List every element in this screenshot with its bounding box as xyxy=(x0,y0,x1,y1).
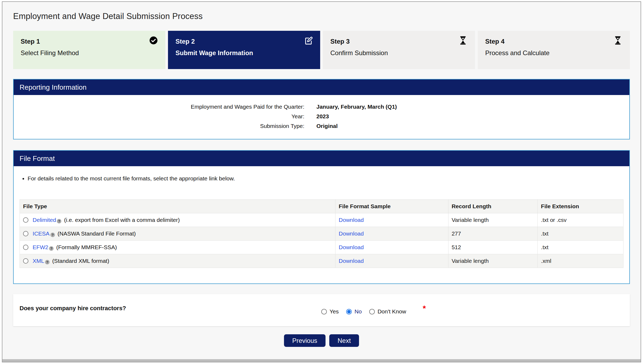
step-1-select-filing-method[interactable]: Step 1 Select Filing Method xyxy=(13,31,165,69)
file-extension-value: .xml xyxy=(538,254,623,268)
file-format-note: For details related to the most current … xyxy=(28,175,623,182)
reporting-row-quarter: Employment and Wages Paid for the Quarte… xyxy=(14,102,629,112)
column-header-file-type: File Type xyxy=(20,200,335,213)
file-format-table: File Type File Format Sample Record Leng… xyxy=(20,199,623,268)
download-link[interactable]: Download xyxy=(339,244,364,250)
step-label: Process and Calculate xyxy=(485,49,622,57)
file-extension-value: .txt xyxy=(538,241,623,254)
column-header-file-format-sample: File Format Sample xyxy=(335,200,448,213)
record-length-value: 277 xyxy=(448,227,537,241)
file-format-note-list: For details related to the most current … xyxy=(28,175,623,182)
help-icon[interactable]: ? xyxy=(57,219,61,223)
icesa-radio[interactable] xyxy=(23,231,28,236)
step-3-confirm-submission[interactable]: Step 3 Confirm Submission xyxy=(323,31,475,69)
table-row-efw2: EFW2? (Formally MMREF-SSA) Download 512 … xyxy=(20,241,623,254)
steps-bar: Step 1 Select Filing Method Step 2 Submi… xyxy=(13,31,630,69)
year-value: 2023 xyxy=(316,112,329,121)
step-number: Step 1 xyxy=(21,38,158,45)
no-radio[interactable] xyxy=(346,309,352,314)
hourglass-icon xyxy=(459,36,468,45)
window-bottom-edge xyxy=(2,359,641,362)
delimited-radio[interactable] xyxy=(23,217,28,223)
step-label: Select Filing Method xyxy=(21,49,158,57)
next-button[interactable]: Next xyxy=(329,334,359,347)
reporting-information-body: Employment and Wages Paid for the Quarte… xyxy=(14,95,629,139)
file-format-panel: File Format For details related to the m… xyxy=(13,150,630,284)
icesa-description: (NASWA Standard File Format) xyxy=(58,230,136,237)
previous-button[interactable]: Previous xyxy=(284,334,326,347)
file-format-header: File Format xyxy=(14,151,629,166)
xml-description: (Standard XML format) xyxy=(52,258,109,264)
step-2-submit-wage-information[interactable]: Step 2 Submit Wage Information xyxy=(168,31,320,69)
file-format-body: For details related to the most current … xyxy=(14,166,629,283)
step-number: Step 4 xyxy=(485,38,622,45)
file-extension-value: .txt or .csv xyxy=(538,213,623,227)
download-link[interactable]: Download xyxy=(339,230,364,237)
help-icon[interactable]: ? xyxy=(50,233,55,237)
step-number: Step 3 xyxy=(330,38,468,45)
yes-radio[interactable] xyxy=(321,309,327,314)
table-header-row: File Type File Format Sample Record Leng… xyxy=(20,200,623,213)
reporting-row-submission-type: Submission Type: Original xyxy=(14,121,629,131)
file-extension-value: .txt xyxy=(538,227,623,241)
help-icon[interactable]: ? xyxy=(45,260,50,264)
column-header-file-extension: File Extension xyxy=(538,200,623,213)
reporting-information-header: Reporting Information xyxy=(14,79,629,95)
dont-know-radio-label[interactable]: Don't Know xyxy=(377,308,406,315)
dont-know-radio[interactable] xyxy=(369,309,375,314)
help-icon[interactable]: ? xyxy=(49,246,54,251)
page-title: Employment and Wage Detail Submission Pr… xyxy=(13,12,630,21)
record-length-value: Variable length xyxy=(448,254,537,268)
efw2-link[interactable]: EFW2 xyxy=(33,244,48,250)
efw2-radio[interactable] xyxy=(23,245,28,250)
reporting-information-panel: Reporting Information Employment and Wag… xyxy=(13,79,630,139)
delimited-description: (i.e. export from Excel with a comma del… xyxy=(64,217,180,223)
icesa-link[interactable]: ICESA xyxy=(33,230,50,237)
xml-radio[interactable] xyxy=(23,258,28,264)
quarter-value: January, February, March (Q1) xyxy=(316,102,397,112)
contractor-question-label: Does your company hire contractors? xyxy=(20,305,126,312)
browser-window: Employment and Wage Detail Submission Pr… xyxy=(2,1,641,362)
quarter-label: Employment and Wages Paid for the Quarte… xyxy=(14,102,304,112)
step-label: Confirm Submission xyxy=(330,49,468,57)
record-length-value: 512 xyxy=(448,241,537,254)
xml-link[interactable]: XML xyxy=(33,258,44,264)
hourglass-icon xyxy=(614,36,623,45)
check-circle-icon xyxy=(149,36,158,45)
table-row-xml: XML? (Standard XML format) Download Vari… xyxy=(20,254,623,268)
contractor-question-card: Does your company hire contractors? Yes … xyxy=(13,294,630,326)
record-length-value: Variable length xyxy=(448,213,537,227)
column-header-record-length: Record Length xyxy=(448,200,537,213)
edit-pencil-square-icon xyxy=(304,36,313,45)
efw2-description: (Formally MMREF-SSA) xyxy=(56,244,117,250)
year-label: Year: xyxy=(14,112,304,121)
step-label: Submit Wage Information xyxy=(175,49,313,57)
step-number: Step 2 xyxy=(175,38,313,45)
table-row-delimited: Delimited? (i.e. export from Excel with … xyxy=(20,213,623,227)
reporting-row-year: Year: 2023 xyxy=(14,112,629,121)
delimited-link[interactable]: Delimited xyxy=(33,217,56,223)
submission-type-label: Submission Type: xyxy=(14,121,304,131)
download-link[interactable]: Download xyxy=(339,258,364,264)
step-4-process-and-calculate[interactable]: Step 4 Process and Calculate xyxy=(478,31,630,69)
contractor-radio-group: Yes No Don't Know * xyxy=(321,307,426,316)
yes-radio-label[interactable]: Yes xyxy=(330,308,339,315)
page-content: Employment and Wage Detail Submission Pr… xyxy=(2,12,641,347)
navigation-actions: Previous Next xyxy=(13,334,630,347)
download-link[interactable]: Download xyxy=(339,217,364,223)
table-row-icesa: ICESA? (NASWA Standard File Format) Down… xyxy=(20,227,623,241)
no-radio-label[interactable]: No xyxy=(354,308,362,315)
required-field-marker: * xyxy=(423,304,426,313)
submission-type-value: Original xyxy=(316,121,338,131)
